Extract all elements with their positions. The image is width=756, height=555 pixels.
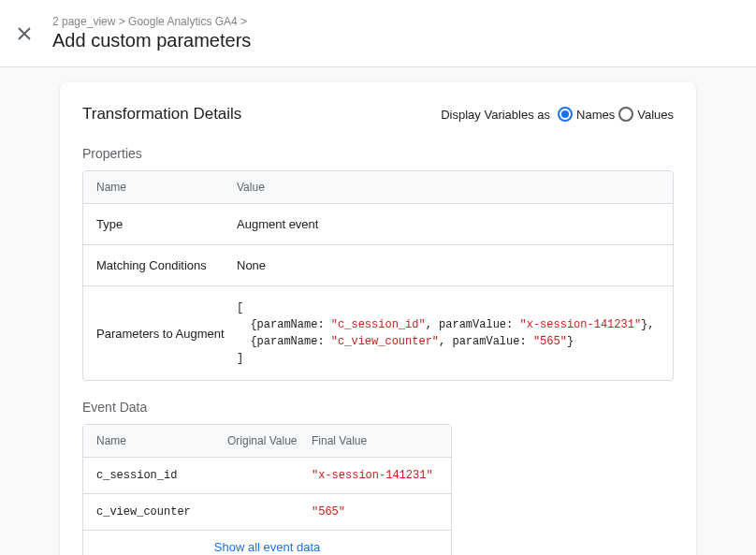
prop-value-code: [ {paramName: "c_session_id", paramValue…	[237, 299, 660, 367]
table-row: Type Augment event	[83, 204, 673, 245]
breadcrumb: 2 page_view > Google Analytics GA4 >	[52, 15, 251, 28]
table-row: c_view_counter "565"	[83, 494, 451, 531]
card-title: Transformation Details	[82, 105, 241, 124]
prop-name: Matching Conditions	[96, 258, 237, 272]
close-icon[interactable]	[15, 24, 34, 43]
page-header: 2 page_view > Google Analytics GA4 > Add…	[0, 0, 756, 67]
event-final: "x-session-141231"	[312, 469, 438, 482]
event-data-table: Name Original Value Final Value c_sessio…	[82, 424, 452, 555]
content-area: Transformation Details Display Variables…	[0, 67, 756, 555]
col-header-original: Original Value	[227, 434, 312, 447]
event-table-header: Name Original Value Final Value	[83, 425, 451, 458]
display-variables-control: Display Variables as Names Values	[441, 107, 674, 122]
radio-names[interactable]: Names	[558, 107, 615, 122]
col-header-value: Value	[237, 181, 660, 194]
prop-value: Augment event	[237, 217, 660, 231]
prop-value: None	[237, 258, 660, 272]
table-row: Parameters to Augment [ {paramName: "c_s…	[83, 286, 673, 380]
event-final: "565"	[312, 505, 438, 518]
show-all-link[interactable]: Show all event data	[83, 531, 451, 555]
radio-values[interactable]: Values	[618, 107, 674, 122]
properties-table-header: Name Value	[83, 171, 673, 204]
col-header-name: Name	[96, 434, 227, 447]
event-name: c_view_counter	[96, 505, 227, 518]
table-row: Matching Conditions None	[83, 245, 673, 286]
table-row: c_session_id "x-session-141231"	[83, 458, 451, 494]
details-card: Transformation Details Display Variables…	[60, 82, 696, 555]
prop-name: Parameters to Augment	[96, 327, 237, 341]
properties-table: Name Value Type Augment event Matching C…	[82, 170, 674, 381]
page-title: Add custom parameters	[52, 30, 251, 51]
radio-icon-unselected	[618, 107, 633, 122]
prop-name: Type	[96, 217, 237, 231]
display-vars-label: Display Variables as	[441, 108, 550, 122]
col-header-name: Name	[96, 181, 237, 194]
radio-icon-selected	[558, 107, 573, 122]
col-header-final: Final Value	[312, 434, 438, 447]
event-data-section-label: Event Data	[82, 400, 674, 415]
event-name: c_session_id	[96, 469, 227, 482]
properties-section-label: Properties	[82, 146, 674, 161]
